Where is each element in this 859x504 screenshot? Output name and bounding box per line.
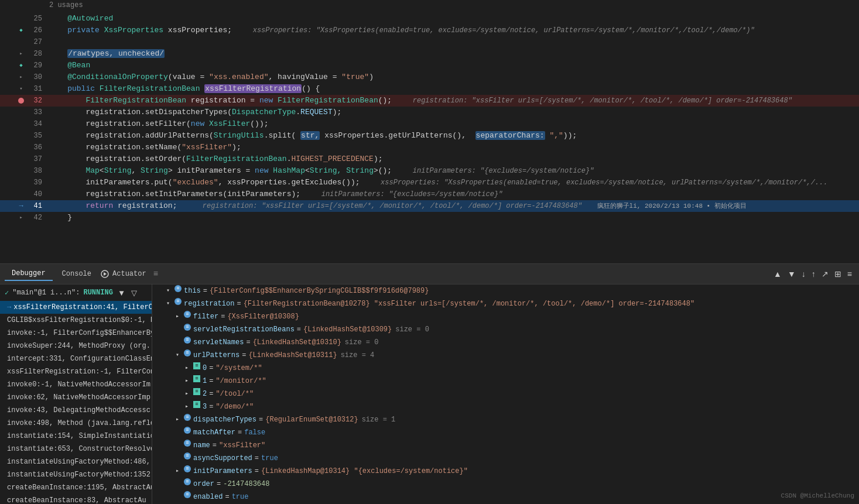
line-number-42: 42 [28, 212, 42, 224]
expand-urlpattern-2[interactable]: ▸ [185, 388, 191, 400]
var-name-servlet-names: servletNames [193, 337, 244, 348]
line-number-35: 35 [28, 130, 42, 142]
var-value-async: true [261, 452, 278, 464]
stack-frame-10[interactable]: instantiate:154, SimpleInstantiationSt [0, 430, 152, 443]
stack-frame-4[interactable]: intercept:331, ConfigurationClassEnh [0, 352, 152, 365]
code-line-35: 35 registration.addUrlPatterns(StringUti… [0, 130, 859, 142]
var-name-this: this [184, 285, 201, 297]
var-name-servlet-beans: servletRegistrationBeans [193, 324, 295, 335]
stack-frame-6[interactable]: invoke0:-1, NativeMethodAccessorIm [0, 378, 152, 391]
stack-frame-11[interactable]: instantiate:653, ConstructorResolver [0, 443, 152, 455]
line-gutter-38: 38 [0, 165, 47, 177]
expand-urlpattern-1[interactable]: ▸ [185, 375, 191, 387]
var-name-dispatcher-types: dispatcherTypes [193, 414, 256, 426]
tab-options-icon[interactable]: ≡ [153, 269, 158, 279]
expand-urlpatterns[interactable]: ▾ [176, 349, 182, 361]
line-number-27: 27 [28, 36, 42, 48]
fold-icon-30: ▸ [19, 71, 22, 83]
stack-frame-2[interactable]: invoke:-1, FilterConfig$$EnhancerByS [0, 327, 152, 340]
code-content-30: @ConditionalOnProperty(value = "xss.enab… [47, 71, 859, 83]
var-icon-dispatcher-types: ≡ [184, 414, 191, 421]
var-icon-this: ≡ [174, 285, 182, 292]
var-icon-registration: ≡ [174, 298, 182, 305]
expand-registration[interactable]: ▾ [166, 298, 172, 310]
line-number-30: 30 [28, 71, 42, 83]
code-content-41: return registration; registration: "xssF… [47, 200, 859, 212]
expand-dispatcher-types[interactable]: ▸ [176, 414, 182, 426]
expand-this[interactable]: ▾ [166, 285, 172, 297]
watermark: CSDN @MichelleChung [781, 492, 854, 499]
expand-init-params[interactable]: ▸ [176, 465, 182, 477]
code-line-30: ▸ 30 @ConditionalOnProperty(value = "xss… [0, 71, 859, 83]
stack-frame-13[interactable]: instantiateUsingFactoryMethod:1352 [0, 468, 152, 481]
code-content-33: registration.setDispatcherTypes(Dispatch… [47, 107, 859, 118]
thread-filter-btn[interactable]: ▼ [117, 289, 126, 297]
debugger-toolbar: ▲ ▼ ↓ ↑ ↗ ⊞ ≡ [771, 268, 854, 280]
variables-panel: ▾ ≡ this = {FilterConfig$$EnhancerBySpri… [152, 284, 859, 504]
thread-label: "main"@1 i...n": [12, 289, 80, 297]
run-to-cursor-btn[interactable]: ↗ [819, 268, 831, 280]
line-indicator-30: ▸ [16, 71, 26, 83]
stack-frame-3[interactable]: invokeSuper:244, MethodProxy (org. [0, 340, 152, 352]
line-indicator-26: ◆ [16, 25, 26, 36]
line-number-29: 29 [28, 60, 42, 71]
step-into-btn[interactable]: ↓ [799, 268, 808, 280]
var-value-servlet-names: {LinkedHashSet@10310} [253, 337, 341, 348]
var-name-urlpattern-2: 2 [203, 388, 207, 400]
line-gutter-42: ▸ 42 [0, 212, 47, 224]
stack-frame-12[interactable]: instantiateUsingFactoryMethod:486, [0, 455, 152, 468]
tab-actuator-container: Actuator [101, 268, 149, 281]
step-over-btn[interactable]: ▼ [785, 268, 798, 280]
resume-btn[interactable]: ▲ [771, 268, 784, 280]
stack-frame-active[interactable]: → xssFilterRegistration:41, FilterConfig… [0, 301, 152, 314]
line-number-36: 36 [28, 142, 42, 153]
code-line-39: 39 initParameters.put("excludes", xssPro… [0, 177, 859, 188]
stack-frame-8[interactable]: invoke:43, DelegatingMethodAccessc [0, 404, 152, 417]
tab-console[interactable]: Console [55, 268, 98, 281]
usage-count: 2 usages [0, 0, 859, 11]
var-row-filter: ▸ ≡ filter = {XssFilter@10308} [152, 310, 859, 323]
var-value-filter: {XssFilter@10308} [227, 311, 299, 323]
code-line-38: 38 Map<String, String> initParameters = … [0, 165, 859, 177]
var-value-urlpattern-1: "/monitor/*" [215, 375, 266, 387]
stack-frame-7[interactable]: invoke:62, NativeMethodAccessorImp [0, 391, 152, 404]
var-name-urlpattern-0: 0 [203, 362, 207, 374]
stack-frame-9[interactable]: invoke:498, Method (java.lang.reflect. [0, 417, 152, 430]
var-icon-servlet-beans: ≡ [184, 324, 191, 331]
expand-servlet-names[interactable] [176, 337, 182, 348]
stack-frame-15[interactable]: createBeanInstance:83, AbstractAu [0, 494, 152, 504]
debugger-content: ✓ "main"@1 i...n": RUNNING ▼ ▽ → xssFilt… [0, 284, 859, 504]
var-value-matchafter: false [244, 427, 265, 438]
stack-frame-5[interactable]: xssFilterRegistration:-1, FilterConfig$$ [0, 365, 152, 378]
var-name-registration: registration [184, 298, 234, 310]
code-line-25: 25 @Autowired [0, 13, 859, 25]
debugger-panel: Debugger Console Actuator ≡ ▲ ▼ ↓ ↑ ↗ ⊞ … [0, 263, 859, 504]
step-out-btn[interactable]: ↑ [809, 268, 818, 280]
frames-btn[interactable]: ⊞ [832, 268, 844, 280]
code-line-36: 36 registration.setName("xssFilter"); [0, 142, 859, 153]
var-name-name: name [193, 440, 210, 451]
var-row-servlet-beans: ≡ servletRegistrationBeans = {LinkedHash… [152, 323, 859, 336]
expand-urlpattern-3[interactable]: ▸ [185, 401, 191, 413]
var-name-init-params: initParameters [193, 465, 252, 477]
line-number-31: 31 [28, 83, 42, 95]
expand-filter[interactable]: ▸ [176, 311, 182, 323]
fold-icon-42: ▸ [19, 212, 22, 224]
expand-urlpattern-0[interactable]: ▸ [185, 362, 191, 374]
line-number-26: 26 [28, 25, 42, 36]
var-value-urlpattern-3: "/demo/*" [215, 401, 254, 413]
var-name-filter: filter [193, 311, 218, 323]
expand-servlet-beans[interactable] [176, 324, 182, 335]
code-content-31: public FilterRegistrationBean xssFilterR… [47, 83, 859, 95]
var-row-matchafter: ≡ matchAfter = false [152, 426, 859, 439]
stack-frame-14[interactable]: createBeanInstance:1195, AbstractAu [0, 481, 152, 494]
var-row-order: ≡ order = -2147483648 [152, 478, 859, 491]
line-gutter-39: 39 [0, 177, 47, 188]
var-row-name: ≡ name = "xssFilter" [152, 439, 859, 452]
tab-actuator[interactable]: Actuator [110, 268, 149, 281]
tab-debugger[interactable]: Debugger [5, 267, 53, 281]
var-value-dispatcher-types: {RegularEnumSet@10312} [265, 414, 358, 426]
settings-btn[interactable]: ≡ [845, 268, 854, 280]
thread-dropdown-btn[interactable]: ▽ [130, 289, 138, 297]
stack-frame-1[interactable]: CGLIB$xssFilterRegistration$0:-1, Filte [0, 314, 152, 327]
